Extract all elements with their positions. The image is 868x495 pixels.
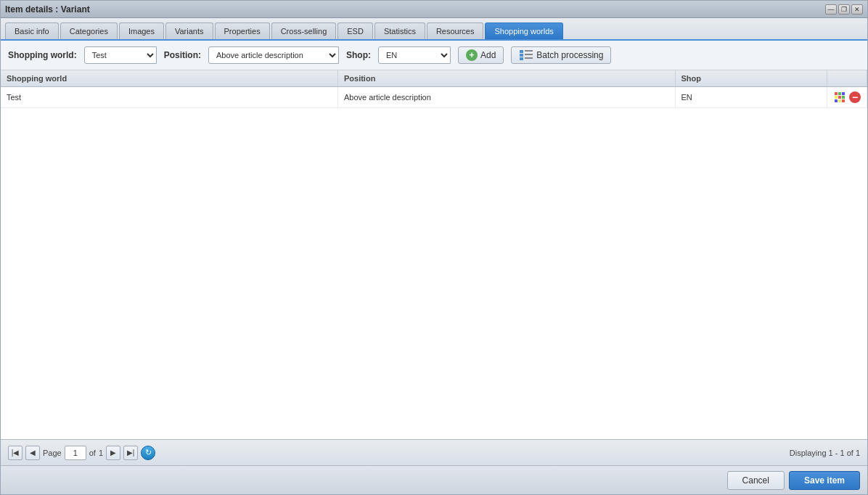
col-header-actions bbox=[827, 70, 867, 87]
tab-images[interactable]: Images bbox=[119, 22, 164, 39]
shop-select-wrapper: EN bbox=[378, 46, 451, 64]
window-title: Item details : Variant bbox=[5, 4, 90, 15]
batch-processing-button[interactable]: Batch processing bbox=[511, 46, 611, 64]
data-table: Shopping world Position Shop Test Above … bbox=[1, 70, 867, 108]
add-icon: + bbox=[466, 49, 478, 61]
row-action-buttons: − bbox=[833, 91, 861, 104]
minimize-button[interactable]: — bbox=[825, 4, 837, 15]
pagination-bar: |◀ ◀ Page of 1 ▶ ▶| ↻ Displaying 1 - 1 o… bbox=[1, 439, 867, 465]
svg-rect-1 bbox=[520, 54, 523, 57]
shop-label: Shop: bbox=[346, 50, 371, 60]
tab-cross-selling[interactable]: Cross-selling bbox=[271, 22, 337, 39]
grid-icon bbox=[835, 92, 845, 102]
page-number-input[interactable] bbox=[65, 446, 86, 460]
shopping-world-select-wrapper: Test bbox=[84, 46, 157, 64]
restore-button[interactable]: ❐ bbox=[838, 4, 850, 15]
add-label: Add bbox=[480, 50, 496, 60]
display-count: Displaying 1 - 1 of 1 bbox=[790, 449, 860, 457]
svg-rect-2 bbox=[520, 57, 523, 60]
cell-shop: EN bbox=[675, 87, 827, 108]
grid-view-button[interactable] bbox=[833, 91, 846, 104]
col-header-shop: Shop bbox=[675, 70, 827, 87]
delete-row-button[interactable]: − bbox=[849, 91, 861, 103]
next-page-button[interactable]: ▶ bbox=[106, 446, 120, 460]
of-label: of bbox=[89, 449, 96, 457]
shopping-world-label: Shopping world: bbox=[8, 50, 77, 60]
main-window: Item details : Variant — ❐ ✕ Basic info … bbox=[0, 0, 868, 495]
tab-variants[interactable]: Variants bbox=[165, 22, 213, 39]
batch-label: Batch processing bbox=[536, 50, 603, 60]
refresh-button[interactable]: ↻ bbox=[141, 446, 155, 460]
tabs-bar: Basic info Categories Images Variants Pr… bbox=[1, 18, 867, 41]
toolbar: Shopping world: Test Position: Above art… bbox=[1, 41, 867, 70]
tab-basic-info[interactable]: Basic info bbox=[5, 22, 59, 39]
position-select-wrapper: Above article description bbox=[208, 46, 339, 64]
title-bar: Item details : Variant — ❐ ✕ bbox=[1, 1, 867, 18]
position-select[interactable]: Above article description bbox=[208, 46, 339, 64]
cell-actions: − bbox=[827, 87, 867, 108]
tab-properties[interactable]: Properties bbox=[215, 22, 270, 39]
save-item-button[interactable]: Save item bbox=[789, 471, 860, 490]
footer-actions: Cancel Save item bbox=[1, 465, 867, 494]
page-label: Page bbox=[43, 449, 62, 457]
cancel-button[interactable]: Cancel bbox=[727, 471, 785, 490]
position-label: Position: bbox=[164, 50, 201, 60]
tab-categories[interactable]: Categories bbox=[60, 22, 118, 39]
grid-container: Shopping world Position Shop Test Above … bbox=[1, 70, 867, 439]
batch-icon bbox=[519, 49, 533, 61]
svg-rect-3 bbox=[525, 50, 533, 52]
cell-position: Above article description bbox=[337, 87, 675, 108]
tab-shopping-worlds[interactable]: Shopping worlds bbox=[485, 22, 562, 39]
svg-rect-4 bbox=[525, 54, 533, 55]
window-controls: — ❐ ✕ bbox=[825, 4, 863, 15]
svg-rect-5 bbox=[525, 57, 533, 59]
first-page-button[interactable]: |◀ bbox=[8, 446, 22, 460]
tab-resources[interactable]: Resources bbox=[427, 22, 484, 39]
last-page-button[interactable]: ▶| bbox=[123, 446, 138, 460]
cell-shopping-world: Test bbox=[1, 87, 337, 108]
table-row: Test Above article description EN bbox=[1, 87, 867, 108]
add-button[interactable]: + Add bbox=[458, 46, 504, 64]
tab-esd[interactable]: ESD bbox=[337, 22, 373, 39]
col-header-shopping-world: Shopping world bbox=[1, 70, 337, 87]
shop-select[interactable]: EN bbox=[378, 46, 451, 64]
prev-page-button[interactable]: ◀ bbox=[25, 446, 40, 460]
shopping-world-select[interactable]: Test bbox=[84, 46, 157, 64]
tab-statistics[interactable]: Statistics bbox=[374, 22, 425, 39]
close-button[interactable]: ✕ bbox=[851, 4, 863, 15]
col-header-position: Position bbox=[337, 70, 675, 87]
svg-rect-0 bbox=[520, 50, 523, 53]
page-total: 1 bbox=[99, 449, 103, 457]
